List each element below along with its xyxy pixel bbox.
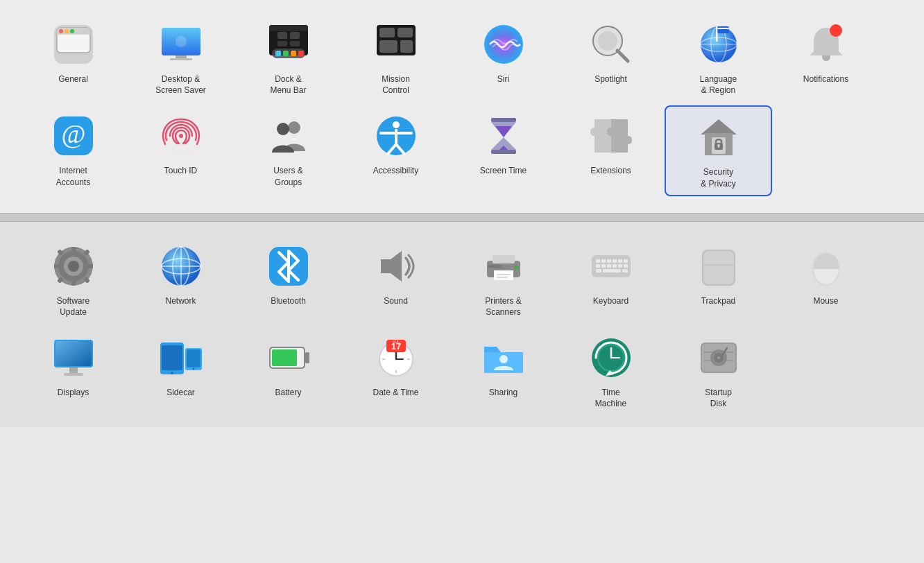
startup-disk-icon xyxy=(695,334,742,381)
svg-rect-55 xyxy=(491,118,516,122)
svg-rect-100 xyxy=(624,264,628,268)
date-time-icon: 17 JUL xyxy=(373,334,420,381)
svg-rect-102 xyxy=(603,269,621,272)
pref-mission-control[interactable]: MissionControl xyxy=(342,14,450,101)
svg-rect-24 xyxy=(290,41,300,46)
internet-accounts-icon: @ xyxy=(50,112,97,159)
svg-point-119 xyxy=(192,368,194,370)
network-icon xyxy=(157,243,205,290)
pref-spotlight[interactable]: Spotlight xyxy=(557,14,665,101)
pref-security-privacy[interactable]: Security& Privacy xyxy=(665,105,772,196)
users-groups-icon xyxy=(265,112,312,159)
printers-scanners-label: Printers &Scanners xyxy=(485,295,522,318)
pref-trackpad[interactable]: Trackpad xyxy=(665,236,772,323)
svg-rect-99 xyxy=(618,264,622,268)
top-row-1: General xyxy=(7,14,917,101)
sharing-icon xyxy=(480,334,527,381)
accessibility-label: Accessibility xyxy=(373,165,418,176)
accessibility-icon xyxy=(373,112,420,159)
pref-desktop-screensaver[interactable]: Desktop &Screen Saver xyxy=(127,14,234,101)
svg-rect-26 xyxy=(379,28,395,37)
pref-screen-time[interactable]: Screen Time xyxy=(450,105,557,196)
notifications-label: Notifications xyxy=(803,73,848,85)
pref-keyboard[interactable]: Keyboard xyxy=(557,236,665,323)
svg-rect-123 xyxy=(272,349,297,366)
pref-language-region[interactable]: Language& Region xyxy=(665,14,772,101)
trackpad-label: Trackpad xyxy=(701,295,736,306)
siri-icon xyxy=(480,21,527,68)
battery-icon xyxy=(265,334,312,381)
pref-notifications[interactable]: Notifications xyxy=(772,14,880,101)
svg-rect-95 xyxy=(596,264,600,268)
time-machine-icon xyxy=(588,334,635,381)
svg-point-12 xyxy=(176,36,187,47)
screen-time-label: Screen Time xyxy=(480,165,527,176)
svg-rect-98 xyxy=(613,264,617,268)
printers-scanners-icon xyxy=(480,243,527,290)
svg-rect-62 xyxy=(718,146,719,148)
pref-mouse[interactable]: Mouse xyxy=(772,236,880,323)
pref-date-time[interactable]: 17 JUL Date & Time xyxy=(342,327,450,415)
screen-time-icon xyxy=(480,112,527,159)
svg-rect-68 xyxy=(86,264,93,268)
sound-label: Sound xyxy=(384,295,408,306)
pref-sidecar[interactable]: Sidecar xyxy=(127,327,234,415)
svg-rect-96 xyxy=(601,264,606,268)
svg-point-6 xyxy=(65,29,69,33)
svg-rect-39 xyxy=(716,26,718,42)
svg-point-46 xyxy=(179,134,183,138)
displays-label: Displays xyxy=(58,387,89,398)
pref-extensions[interactable]: Extensions xyxy=(557,105,665,196)
pref-general[interactable]: General xyxy=(19,14,127,101)
pref-network[interactable]: Network xyxy=(127,236,234,323)
internet-accounts-label: InternetAccounts xyxy=(56,165,90,187)
pref-sharing[interactable]: Sharing xyxy=(450,327,557,415)
bottom-row-2: Displays Side xyxy=(7,327,917,415)
pref-bluetooth[interactable]: Bluetooth xyxy=(234,236,342,323)
svg-rect-105 xyxy=(703,251,734,284)
notifications-icon xyxy=(803,21,850,68)
pref-users-groups[interactable]: Users &Groups xyxy=(234,105,342,196)
top-section: General xyxy=(0,0,924,214)
mission-control-icon xyxy=(373,21,420,68)
svg-point-42 xyxy=(830,24,842,37)
pref-startup-disk[interactable]: StartupDisk xyxy=(665,327,772,415)
svg-rect-91 xyxy=(607,259,611,263)
svg-rect-20 xyxy=(298,51,304,56)
pref-dock-menubar[interactable]: Dock &Menu Bar xyxy=(234,14,342,101)
pref-sound[interactable]: Sound xyxy=(342,236,450,323)
battery-label: Battery xyxy=(275,387,301,398)
svg-text:JUL: JUL xyxy=(392,340,400,344)
svg-rect-10 xyxy=(176,55,187,58)
general-icon xyxy=(50,21,97,68)
date-time-label: Date & Time xyxy=(373,387,418,398)
svg-rect-112 xyxy=(64,373,83,376)
pref-siri[interactable]: Siri xyxy=(450,14,557,101)
pref-printers-scanners[interactable]: Printers &Scanners xyxy=(450,236,557,323)
pref-battery[interactable]: Battery xyxy=(234,327,342,415)
pref-displays[interactable]: Displays xyxy=(19,327,127,415)
desktop-screensaver-icon xyxy=(157,21,205,68)
svg-rect-67 xyxy=(54,264,61,268)
svg-rect-90 xyxy=(601,259,606,263)
svg-rect-87 xyxy=(488,265,502,268)
svg-rect-66 xyxy=(71,279,76,286)
svg-text:@: @ xyxy=(61,119,85,148)
svg-point-7 xyxy=(70,29,74,33)
svg-point-5 xyxy=(59,29,63,33)
security-privacy-icon xyxy=(695,114,742,161)
sharing-label: Sharing xyxy=(489,387,517,398)
pref-internet-accounts[interactable]: @ InternetAccounts xyxy=(19,105,127,196)
keyboard-icon xyxy=(588,243,635,290)
section-divider xyxy=(0,214,924,222)
svg-line-34 xyxy=(617,51,628,61)
pref-touch-id[interactable]: Touch ID xyxy=(127,105,234,196)
top-row-2: @ InternetAccounts xyxy=(7,105,917,196)
svg-rect-117 xyxy=(187,349,200,367)
pref-time-machine[interactable]: TimeMachine xyxy=(557,327,665,415)
mouse-icon xyxy=(803,243,850,290)
svg-rect-111 xyxy=(69,367,78,373)
pref-accessibility[interactable]: Accessibility xyxy=(342,105,450,196)
svg-rect-15 xyxy=(269,28,308,31)
pref-software-update[interactable]: SoftwareUpdate xyxy=(19,236,127,323)
